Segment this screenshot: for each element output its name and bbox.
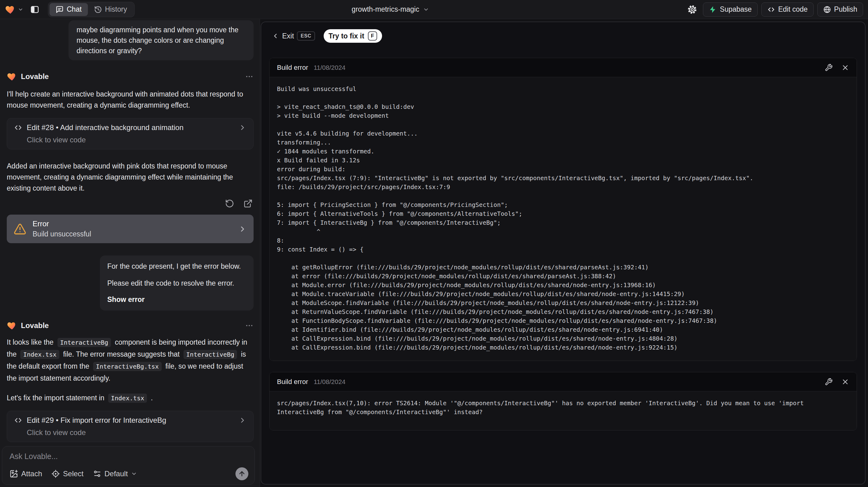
lovable-heart-icon <box>7 71 17 82</box>
target-select-icon <box>51 469 60 478</box>
mode-dropdown-label: Default <box>104 469 128 478</box>
chevron-left-icon <box>272 32 279 40</box>
attach-button-label: Attach <box>21 469 42 478</box>
panel-title: Build error <box>277 378 308 386</box>
attach-button[interactable]: Attach <box>9 469 42 478</box>
edit-card-title: Edit #29 • Fix import error for Interact… <box>27 416 166 425</box>
settings-button[interactable] <box>685 2 699 17</box>
panel-title: Build error <box>277 64 308 72</box>
tab-chat[interactable]: Chat <box>50 3 88 16</box>
try-to-fix-label: Try to fix it <box>329 32 364 40</box>
build-log-text: Build was unsuccessful > vite_react_shad… <box>277 85 849 352</box>
inline-code-chip: InteractiveBg.tsx <box>93 362 162 371</box>
chevron-down-icon <box>18 7 23 12</box>
tab-chat-label: Chat <box>67 5 82 13</box>
supabase-button[interactable]: Supabase <box>703 2 758 17</box>
error-card-subtitle: Build unsuccessful <box>33 230 91 238</box>
build-error-log[interactable]: Build was unsuccessful > vite_react_shad… <box>270 77 857 361</box>
mode-dropdown[interactable]: Default <box>93 469 137 478</box>
lovable-heart-icon <box>7 321 17 331</box>
image-plus-icon <box>9 469 18 478</box>
lovable-heart-icon <box>5 4 16 15</box>
chat-scroll-area[interactable]: maybe diagramming points and when you mo… <box>0 19 260 442</box>
more-horizontal-icon[interactable] <box>245 321 254 330</box>
chevron-down-icon <box>423 6 429 12</box>
wrench-icon[interactable] <box>825 378 833 386</box>
chat-history-switch: Chat History <box>48 2 135 17</box>
sidebar-toggle-button[interactable] <box>28 2 42 17</box>
tab-history[interactable]: History <box>88 3 133 16</box>
globe-icon <box>823 5 831 13</box>
chevron-down-icon <box>131 471 137 477</box>
topbar: Chat History growth-metrics-magic <box>0 0 868 19</box>
panel-date: 11/08/2024 <box>313 378 345 386</box>
preview-error-overlay: Exit ESC Try to fix it F Build error 11/… <box>261 22 866 485</box>
select-element-button[interactable]: Select <box>51 469 84 478</box>
inline-code-chip: InteractiveBg <box>184 350 237 359</box>
assistant-diagnosis-text: It looks like the InteractiveBg componen… <box>7 336 254 384</box>
arrow-up-icon <box>238 470 246 478</box>
assistant-summary-text: Added an interactive background with pin… <box>7 160 254 194</box>
publish-button-label: Publish <box>834 5 857 13</box>
user-message: For the code present, I get the error be… <box>100 255 254 310</box>
panel-date: 11/08/2024 <box>313 64 345 71</box>
panel-left-icon <box>30 5 39 14</box>
message-actions <box>7 198 254 209</box>
close-icon[interactable] <box>841 64 849 72</box>
restore-button[interactable] <box>224 198 235 209</box>
edit-card-subtitle: Click to view code <box>27 135 247 144</box>
close-icon[interactable] <box>841 378 849 386</box>
lovable-app: Chat History growth-metrics-magic <box>0 0 868 487</box>
assistant-message-header: Lovable <box>7 320 254 331</box>
warning-triangle-icon <box>13 222 26 236</box>
overlay-header: Exit ESC Try to fix it F <box>272 29 857 43</box>
project-switcher[interactable]: growth-metrics-magic <box>352 5 429 13</box>
edit-code-button[interactable]: Edit code <box>761 2 814 17</box>
chat-input-box[interactable]: Ask Lovable... Attach Select <box>2 446 255 485</box>
user-message-text: For the code present, I get the error be… <box>107 262 246 271</box>
lovable-logo-menu[interactable] <box>5 4 23 15</box>
gear-icon <box>687 5 697 14</box>
show-error-link[interactable]: Show error <box>107 295 246 304</box>
edit-card-subtitle: Click to view code <box>27 428 247 437</box>
exit-button[interactable]: Exit ESC <box>272 31 315 40</box>
user-message: maybe diagramming points and when you mo… <box>68 20 254 60</box>
open-preview-button[interactable] <box>243 198 254 209</box>
edit-card-28[interactable]: Edit #28 • Add interactive background an… <box>7 118 254 149</box>
chat-bubble-icon <box>56 5 64 13</box>
user-message-text: Please edit the code to resolve the erro… <box>107 278 246 288</box>
open-external-icon <box>243 199 253 208</box>
user-message-text: maybe diagramming points and when you mo… <box>76 26 239 55</box>
assistant-message-header: Lovable <box>7 71 254 82</box>
supabase-bolt-icon <box>709 5 717 13</box>
code-icon <box>14 123 23 132</box>
build-error-panel-header: Build error 11/08/2024 <box>270 372 857 391</box>
assistant-name: Lovable <box>21 72 49 81</box>
inline-code-chip: Index.tsx <box>20 350 59 359</box>
assistant-intro-text: I'll help create an interactive backgrou… <box>7 89 254 111</box>
assistant-fix-text: Let's fix the import statement in Index.… <box>7 392 254 404</box>
wrench-icon[interactable] <box>825 64 833 72</box>
publish-button[interactable]: Publish <box>817 2 863 17</box>
inline-code-chip: InteractiveBg <box>58 338 111 347</box>
edit-card-title: Edit #28 • Add interactive background an… <box>27 123 184 132</box>
f-key-badge: F <box>368 31 377 40</box>
esc-key-badge: ESC <box>297 31 315 40</box>
build-error-log[interactable]: src/pages/Index.tsx(7,10): error TS2614:… <box>270 391 857 430</box>
project-name: growth-metrics-magic <box>352 5 419 13</box>
history-clock-icon <box>94 5 102 13</box>
edit-card-29[interactable]: Edit #29 • Fix import error for Interact… <box>7 411 254 442</box>
send-button[interactable] <box>236 467 248 480</box>
chevron-right-icon <box>239 416 247 424</box>
more-horizontal-icon[interactable] <box>245 72 254 81</box>
sliders-icon <box>93 469 101 478</box>
exit-button-label: Exit <box>282 32 294 40</box>
refresh-icon <box>225 199 234 208</box>
chevron-right-icon <box>239 124 247 131</box>
supabase-button-label: Supabase <box>720 5 752 13</box>
edit-code-button-label: Edit code <box>778 5 808 13</box>
try-to-fix-button[interactable]: Try to fix it F <box>324 29 382 43</box>
build-error-card[interactable]: Error Build unsuccessful <box>7 215 254 243</box>
chat-panel: maybe diagramming points and when you mo… <box>0 19 260 487</box>
error-card-title: Error <box>33 219 91 228</box>
